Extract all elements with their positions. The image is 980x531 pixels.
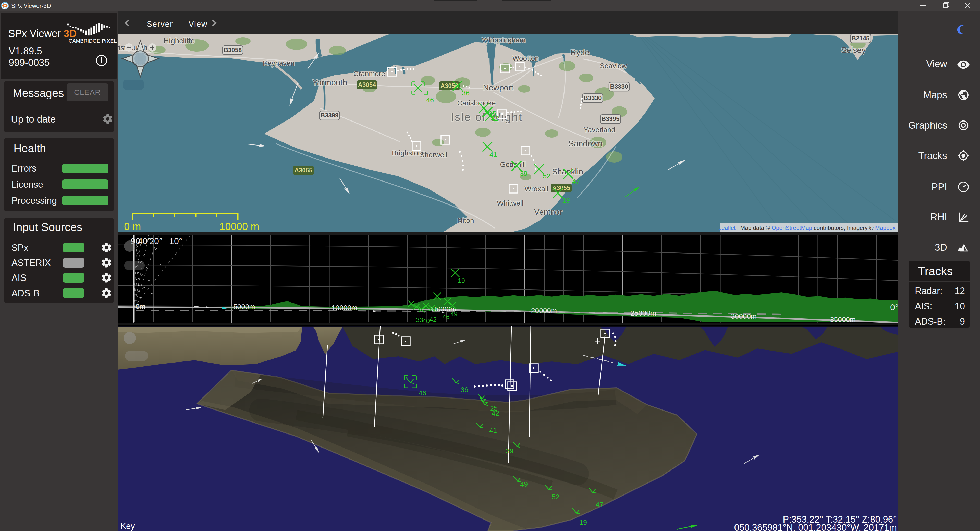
svg-text:Carisbrooke: Carisbrooke	[457, 99, 496, 107]
svg-text:Selsey: Selsey	[841, 45, 865, 55]
svg-text:Cranmore: Cranmore	[353, 70, 385, 78]
svg-text:0 m: 0 m	[124, 221, 141, 232]
svg-text:B3399: B3399	[321, 112, 339, 119]
svg-text:Ventnor: Ventnor	[534, 207, 563, 217]
svg-text:10°: 10°	[169, 236, 182, 246]
svg-text:Ryde: Ryde	[570, 48, 590, 57]
svg-text:42: 42	[491, 115, 499, 122]
svg-text:40: 40	[423, 317, 430, 324]
svg-text:25000m: 25000m	[630, 309, 656, 317]
svg-text:Wroxall: Wroxall	[525, 185, 549, 193]
svg-text:Wootton: Wootton	[512, 54, 539, 62]
svg-text:19: 19	[458, 277, 465, 284]
svg-text:49: 49	[450, 311, 458, 317]
svg-text:46: 46	[418, 389, 426, 397]
svg-text:10000m: 10000m	[331, 304, 357, 312]
svg-text:20000m: 20000m	[531, 307, 557, 315]
svg-text:49: 49	[520, 480, 528, 488]
svg-text:10000 m: 10000 m	[220, 221, 259, 232]
svg-text:30000m: 30000m	[731, 312, 757, 320]
svg-text:Sandown: Sandown	[568, 139, 602, 148]
svg-text:42: 42	[430, 316, 437, 323]
svg-text:Yaverland: Yaverland	[584, 126, 615, 134]
svg-text:Leaflet | Map data © OpenStree: Leaflet | Map data © OpenStreetMap contr…	[718, 225, 896, 231]
svg-text:Highcliffe: Highcliffe	[164, 37, 195, 45]
svg-text:B3330: B3330	[584, 94, 602, 101]
svg-text:52: 52	[552, 493, 559, 501]
svg-text:20°: 20°	[149, 236, 162, 246]
svg-text:0m: 0m	[135, 303, 145, 311]
svg-text:B3395: B3395	[601, 115, 620, 122]
svg-text:Shorwell: Shorwell	[420, 151, 447, 159]
svg-text:B3058: B3058	[224, 46, 242, 53]
svg-text:A3055: A3055	[294, 167, 313, 174]
svg-text:A3054: A3054	[358, 81, 376, 88]
svg-text:41: 41	[489, 427, 497, 434]
svg-text:Key: Key	[121, 521, 135, 531]
svg-text:36: 36	[462, 89, 469, 97]
svg-text:Newport: Newport	[483, 83, 513, 92]
svg-text:46: 46	[442, 313, 450, 321]
svg-text:050.365981°N, 001.203430°W, 20: 050.365981°N, 001.203430°W, 20171m	[734, 522, 897, 531]
svg-text:4: 4	[434, 306, 438, 313]
svg-text:Whippingham: Whippingham	[482, 36, 525, 44]
svg-text:46: 46	[426, 96, 434, 104]
svg-text:Seaview: Seaview	[600, 62, 627, 70]
svg-text:33: 33	[416, 316, 423, 324]
svg-text:39: 39	[506, 447, 514, 455]
svg-text:Keyhaven: Keyhaven	[263, 59, 295, 67]
svg-text:47: 47	[596, 501, 603, 509]
svg-text:Whitwell: Whitwell	[497, 199, 523, 207]
svg-text:47: 47	[572, 178, 580, 185]
svg-text:40°: 40°	[138, 236, 151, 246]
svg-text:Niton: Niton	[457, 217, 474, 225]
svg-text:39: 39	[520, 170, 528, 177]
svg-text:B2145: B2145	[852, 35, 870, 41]
svg-text:5000m: 5000m	[233, 303, 255, 311]
svg-text:41: 41	[490, 151, 497, 158]
svg-text:0°: 0°	[890, 302, 898, 312]
svg-text:Yarmouth: Yarmouth	[312, 78, 347, 87]
svg-text:36: 36	[461, 386, 468, 394]
svg-text:35000m: 35000m	[830, 316, 856, 324]
svg-text:B3330: B3330	[610, 83, 628, 90]
svg-text:52: 52	[543, 172, 550, 180]
svg-text:42: 42	[492, 410, 499, 417]
svg-text:19: 19	[562, 196, 570, 204]
svg-text:19: 19	[579, 519, 587, 526]
